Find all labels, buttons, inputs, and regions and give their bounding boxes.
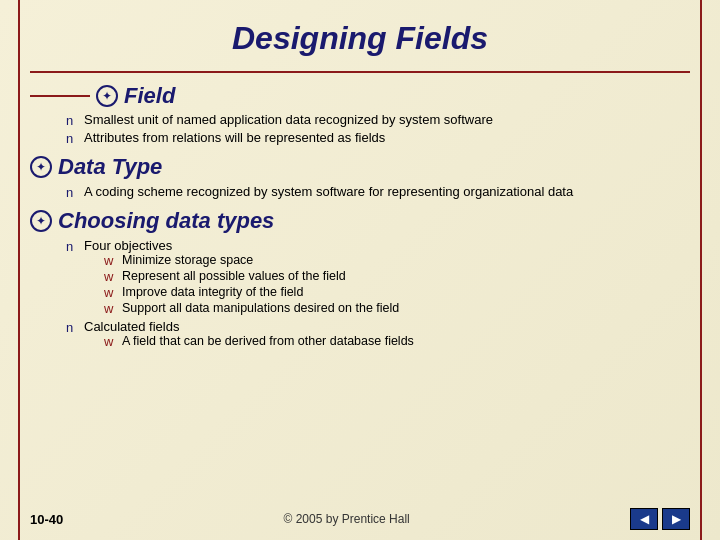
bullet-dot-5: n bbox=[66, 320, 80, 335]
choosing-bullet-1: n Four objectives w Minimize storage spa… bbox=[66, 238, 690, 317]
datatype-bullet-1: n A coding scheme recognized by system s… bbox=[66, 184, 690, 200]
bullet-dot-1: n bbox=[66, 113, 80, 128]
field-section-title: Field bbox=[124, 83, 175, 109]
border-left bbox=[18, 0, 20, 540]
field-bullets: n Smallest unit of named application dat… bbox=[66, 112, 690, 146]
section-field-header: Field bbox=[30, 83, 690, 109]
choosing-bullet-2-text: Calculated fields bbox=[84, 319, 179, 334]
next-arrow-icon: ▶ bbox=[672, 512, 681, 526]
choosing-section-title: Choosing data types bbox=[58, 208, 274, 234]
page-number: 10-40 bbox=[30, 512, 63, 527]
four-objectives-list: w Minimize storage space w Represent all… bbox=[104, 253, 399, 316]
datatype-diamond-icon bbox=[30, 156, 52, 178]
choosing-bullet-2: n Calculated fields w A field that can b… bbox=[66, 319, 690, 350]
section-datatype-header: Data Type bbox=[30, 154, 690, 180]
subbullet-2: w Represent all possible values of the f… bbox=[104, 269, 399, 284]
subbullet-5: w A field that can be derived from other… bbox=[104, 334, 414, 349]
prev-button[interactable]: ◀ bbox=[630, 508, 658, 530]
datatype-section-title: Data Type bbox=[58, 154, 162, 180]
prev-arrow-icon: ◀ bbox=[640, 512, 649, 526]
border-right bbox=[700, 0, 702, 540]
slide-title: Designing Fields bbox=[30, 20, 690, 57]
field-bullet-2-text: Attributes from relations will be repres… bbox=[84, 130, 385, 145]
footer: 10-40 © 2005 by Prentice Hall ◀ ▶ bbox=[0, 508, 720, 530]
field-bullet-1-text: Smallest unit of named application data … bbox=[84, 112, 493, 127]
subbullet-4: w Support all data manipulations desired… bbox=[104, 301, 399, 316]
sub-dot-1: w bbox=[104, 253, 118, 268]
bullet-dot-4: n bbox=[66, 239, 80, 254]
next-button[interactable]: ▶ bbox=[662, 508, 690, 530]
section-choosing-header: Choosing data types bbox=[30, 208, 690, 234]
bullet-dot-3: n bbox=[66, 185, 80, 200]
field-bullet-2: n Attributes from relations will be repr… bbox=[66, 130, 690, 146]
title-underline bbox=[30, 71, 690, 73]
choosing-bullet-1-text: Four objectives bbox=[84, 238, 172, 253]
datatype-bullet-1-text: A coding scheme recognized by system sof… bbox=[84, 184, 573, 199]
sub-dot-2: w bbox=[104, 269, 118, 284]
choosing-bullets: n Four objectives w Minimize storage spa… bbox=[66, 238, 690, 350]
subbullet-1: w Minimize storage space bbox=[104, 253, 399, 268]
nav-buttons[interactable]: ◀ ▶ bbox=[630, 508, 690, 530]
datatype-bullets: n A coding scheme recognized by system s… bbox=[66, 184, 690, 200]
field-diamond-icon bbox=[96, 85, 118, 107]
copyright-text: © 2005 by Prentice Hall bbox=[284, 512, 410, 526]
field-bullet-1: n Smallest unit of named application dat… bbox=[66, 112, 690, 128]
calculated-fields-list: w A field that can be derived from other… bbox=[104, 334, 414, 349]
subbullet-3: w Improve data integrity of the field bbox=[104, 285, 399, 300]
horiz-line bbox=[30, 95, 90, 97]
sub-dot-3: w bbox=[104, 285, 118, 300]
bullet-dot-2: n bbox=[66, 131, 80, 146]
sub-dot-4: w bbox=[104, 301, 118, 316]
choosing-diamond-icon bbox=[30, 210, 52, 232]
slide: Designing Fields Field n Smallest unit o… bbox=[0, 0, 720, 540]
sub-dot-5: w bbox=[104, 334, 118, 349]
